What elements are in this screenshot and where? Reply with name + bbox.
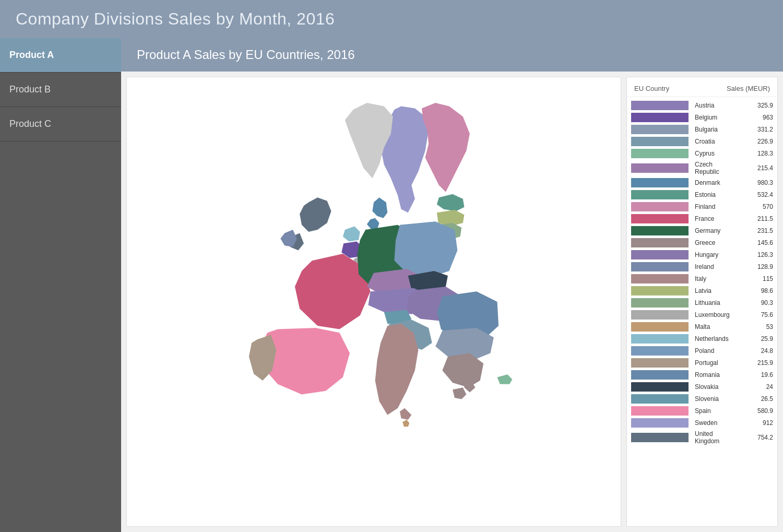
legend-sales-value: 215.9: [735, 359, 773, 367]
legend-row: Austria 325.9: [627, 99, 777, 111]
legend-country-label: Cyprus: [693, 150, 735, 157]
denmark-path[interactable]: [367, 197, 387, 230]
legend-col1-label: EU Country: [634, 85, 669, 92]
legend-row: Poland 24.8: [627, 345, 777, 357]
legend-panel: EU Country Sales (MEUR) Austria 325.9 Be…: [626, 77, 778, 527]
legend-sales-value: 98.6: [735, 287, 773, 294]
legend-row: Malta 53: [627, 321, 777, 333]
legend-row: Portugal 215.9: [627, 357, 777, 369]
legend-sales-value: 75.6: [735, 311, 773, 318]
uk-path[interactable]: [290, 197, 331, 250]
legend-sales-value: 53: [735, 323, 773, 330]
legend-sales-value: 532.4: [735, 191, 773, 198]
legend-row: Romania 19.6: [627, 369, 777, 381]
legend-row: Ireland 128.9: [627, 261, 777, 273]
legend-color-swatch: [631, 334, 689, 344]
legend-color-swatch: [631, 358, 689, 368]
legend-color-swatch: [631, 433, 689, 442]
legend-row: Greece 145.6: [627, 237, 777, 249]
legend-color-swatch: [631, 149, 689, 158]
legend-sales-value: 19.6: [735, 371, 773, 379]
legend-country-label: Croatia: [693, 138, 735, 145]
legend-country-label: United Kingdom: [693, 430, 735, 445]
legend-row: Slovenia 26.5: [627, 393, 777, 405]
cyprus-path[interactable]: [497, 374, 513, 384]
legend-row: Slovakia 24: [627, 381, 777, 393]
legend-color-swatch: [631, 101, 689, 110]
legend-row: Hungary 126.3: [627, 249, 777, 261]
legend-row: Italy 115: [627, 273, 777, 285]
legend-color-swatch: [631, 178, 689, 187]
malta-path[interactable]: [402, 420, 409, 427]
legend-color-swatch: [631, 394, 689, 404]
legend-country-label: Denmark: [693, 179, 735, 186]
legend-sales-value: 963: [735, 114, 773, 121]
legend-row: United Kingdom 754.2: [627, 429, 777, 446]
sidebar-item-product-b[interactable]: Product B: [0, 73, 121, 107]
legend-row: Sweden 912: [627, 417, 777, 429]
legend-color-swatch: [631, 370, 689, 380]
legend-sales-value: 912: [735, 419, 773, 427]
section-title: Product A Sales by EU Countries, 2016: [137, 48, 355, 62]
estonia-path[interactable]: [437, 194, 465, 211]
legend-country-label: Portugal: [693, 359, 735, 367]
legend-sales-value: 115: [735, 275, 773, 282]
app-header: Company Divisions Sales by Month, 2016: [0, 0, 783, 38]
legend-sales-value: 26.5: [735, 395, 773, 403]
legend-country-label: Czech Republic: [693, 161, 735, 175]
netherlands-path[interactable]: [343, 226, 360, 241]
legend-country-label: Greece: [693, 239, 735, 246]
legend-sales-value: 331.2: [735, 126, 773, 133]
legend-sales-value: 231.5: [735, 227, 773, 234]
legend-country-label: Finland: [693, 203, 735, 210]
legend-country-label: Spain: [693, 407, 735, 415]
legend-country-label: Belgium: [693, 114, 735, 121]
legend-color-swatch: [631, 137, 689, 146]
legend-country-label: Lithuania: [693, 299, 735, 306]
legend-country-label: Slovenia: [693, 395, 735, 403]
legend-country-label: Netherlands: [693, 335, 735, 342]
legend-color-swatch: [631, 382, 689, 392]
legend-country-label: France: [693, 215, 735, 222]
legend-sales-value: 325.9: [735, 102, 773, 109]
legend-country-label: Slovakia: [693, 383, 735, 391]
legend-row: Cyprus 128.3: [627, 147, 777, 159]
legend-row: Finland 570: [627, 200, 777, 212]
sidebar-item-product-c[interactable]: Product C: [0, 107, 121, 141]
legend-country-label: Sweden: [693, 419, 735, 427]
legend-country-label: Italy: [693, 275, 735, 282]
legend-color-swatch: [631, 202, 689, 211]
legend-row: Croatia 226.9: [627, 135, 777, 147]
sidebar: Product AProduct BProduct C: [0, 38, 121, 532]
legend-color-swatch: [631, 190, 689, 199]
app-container: Company Divisions Sales by Month, 2016 P…: [0, 0, 783, 532]
legend-color-swatch: [631, 214, 689, 223]
legend-row: Spain 580.9: [627, 405, 777, 417]
legend-country-label: Estonia: [693, 191, 735, 198]
greece-path[interactable]: [442, 353, 483, 399]
section-header: Product A Sales by EU Countries, 2016: [121, 38, 783, 72]
legend-country-label: Hungary: [693, 251, 735, 258]
legend-sales-value: 25.9: [735, 335, 773, 342]
chart-container: EU Country Sales (MEUR) Austria 325.9 Be…: [121, 72, 783, 532]
legend-country-label: Poland: [693, 347, 735, 354]
sidebar-item-product-a[interactable]: Product A: [0, 38, 121, 73]
legend-row: Bulgaria 331.2: [627, 123, 777, 135]
legend-country-label: Bulgaria: [693, 126, 735, 133]
legend-color-swatch: [631, 346, 689, 356]
legend-row: Denmark 980.3: [627, 176, 777, 188]
legend-sales-value: 145.6: [735, 239, 773, 246]
legend-row: Estonia 532.4: [627, 188, 777, 200]
finland-path[interactable]: [422, 103, 470, 192]
legend-header: EU Country Sales (MEUR): [627, 82, 777, 97]
legend-color-swatch: [631, 113, 689, 122]
legend-country-label: Austria: [693, 102, 735, 109]
italy-path[interactable]: [375, 324, 419, 420]
legend-row: Germany 231.5: [627, 224, 777, 237]
legend-row: Netherlands 25.9: [627, 333, 777, 345]
legend-sales-value: 24.8: [735, 347, 773, 354]
legend-row: Luxembourg 75.6: [627, 309, 777, 321]
legend-country-label: Luxembourg: [693, 311, 735, 318]
legend-sales-value: 754.2: [735, 434, 773, 441]
legend-country-label: Ireland: [693, 263, 735, 270]
